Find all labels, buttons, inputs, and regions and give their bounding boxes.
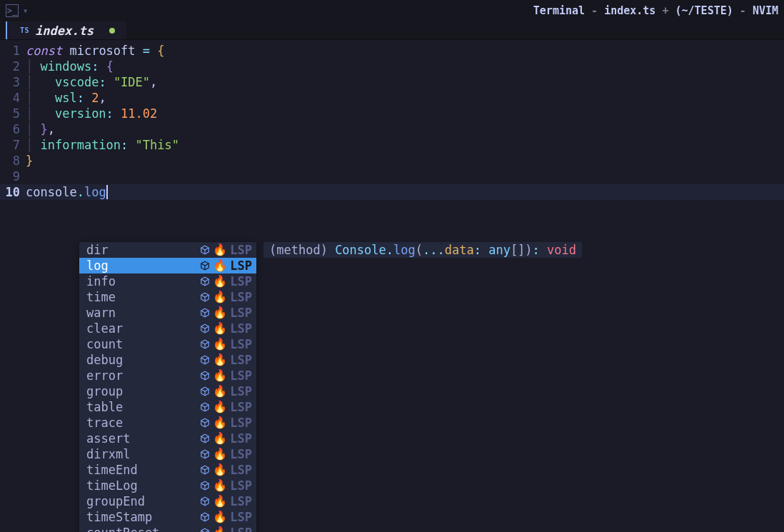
completion-item[interactable]: clear🔥LSP [79,321,256,336]
method-icon [200,292,210,302]
code-content[interactable]: │ }, [26,121,55,137]
modified-indicator-icon [109,28,115,34]
method-icon [200,496,210,506]
completion-label: debug [86,352,197,368]
source-label: LSP [230,289,252,305]
completion-label: assert [86,431,197,446]
completion-item[interactable]: time🔥LSP [79,289,256,305]
source-icon: 🔥 [213,242,227,258]
source-icon: 🔥 [213,525,227,532]
method-icon [200,449,210,459]
completion-item[interactable]: warn🔥LSP [79,305,256,321]
code-content[interactable]: │ information: "This" [26,137,179,153]
line-number: 9 [0,169,26,184]
completion-item[interactable]: countReset🔥LSP [79,525,256,532]
tab-indexts[interactable]: TS index.ts [7,21,126,39]
source-label: LSP [230,258,252,273]
completion-item[interactable]: count🔥LSP [79,336,256,352]
code-line[interactable]: 10console.log [0,184,784,200]
source-label: LSP [230,321,252,336]
source-icon: 🔥 [213,368,227,383]
line-number: 10 [0,184,26,200]
source-icon: 🔥 [213,321,227,336]
completion-popup[interactable]: dir🔥LSPlog🔥LSPinfo🔥LSPtime🔥LSPwarn🔥LSPcl… [79,242,256,532]
code-line[interactable]: 8} [0,153,784,169]
completion-item[interactable]: dirxml🔥LSP [79,446,256,462]
code-line[interactable]: 5│ version: 11.02 [0,106,784,121]
method-icon [200,418,210,428]
source-label: LSP [230,242,252,258]
completion-item[interactable]: dir🔥LSP [79,242,256,258]
completion-item[interactable]: timeEnd🔥LSP [79,462,256,478]
completion-label: time [86,289,197,305]
code-content[interactable]: } [26,153,33,169]
code-line[interactable]: 9 [0,169,784,184]
line-number: 6 [0,121,26,137]
completion-label: timeEnd [86,462,197,478]
code-line[interactable]: 2│ windows: { [0,59,784,74]
completion-item[interactable]: table🔥LSP [79,399,256,415]
source-label: LSP [230,352,252,368]
source-icon: 🔥 [213,336,227,352]
completion-label: dirxml [86,446,197,462]
source-label: LSP [230,446,252,462]
chevron-down-icon[interactable]: ▾ [23,3,28,19]
source-label: LSP [230,525,252,532]
code-content[interactable]: const microsoft = { [26,43,165,59]
source-icon: 🔥 [213,462,227,478]
source-icon: 🔥 [213,258,227,273]
completion-item[interactable]: log🔥LSP [79,258,256,273]
method-icon [200,355,210,365]
completion-item[interactable]: timeLog🔥LSP [79,478,256,493]
source-label: LSP [230,431,252,446]
code-content[interactable]: │ wsl: 2, [26,90,106,106]
method-icon [200,528,210,532]
completion-label: log [86,258,197,273]
line-number: 8 [0,153,26,169]
terminal-icon: >_ [6,4,19,17]
source-label: LSP [230,368,252,383]
completion-label: clear [86,321,197,336]
code-line[interactable]: 3│ vscode: "IDE", [0,74,784,90]
code-line[interactable]: 4│ wsl: 2, [0,90,784,106]
method-icon [200,512,210,522]
completion-item[interactable]: timeStamp🔥LSP [79,509,256,525]
source-icon: 🔥 [213,352,227,368]
source-label: LSP [230,383,252,399]
completion-item[interactable]: assert🔥LSP [79,431,256,446]
completion-item[interactable]: debug🔥LSP [79,352,256,368]
source-label: LSP [230,336,252,352]
completion-label: dir [86,242,197,258]
source-label: LSP [230,399,252,415]
line-number: 5 [0,106,26,121]
completion-item[interactable]: trace🔥LSP [79,415,256,431]
source-label: LSP [230,415,252,431]
completion-label: groupEnd [86,493,197,509]
code-line[interactable]: 7│ information: "This" [0,137,784,153]
method-icon [200,433,210,443]
completion-label: info [86,273,197,289]
completion-item[interactable]: info🔥LSP [79,273,256,289]
editor[interactable]: 1const microsoft = {2│ windows: {3│ vsco… [0,40,784,200]
code-line[interactable]: 6│ }, [0,121,784,137]
source-label: LSP [230,478,252,493]
completion-item[interactable]: group🔥LSP [79,383,256,399]
source-icon: 🔥 [213,415,227,431]
source-icon: 🔥 [213,431,227,446]
line-number: 3 [0,74,26,90]
code-content[interactable]: │ version: 11.02 [26,106,157,121]
completion-label: table [86,399,197,415]
completion-item[interactable]: error🔥LSP [79,368,256,383]
code-content[interactable]: │ windows: { [26,59,114,74]
titlebar: >_ ▾ Terminal - index.ts + (~/TESTE) - N… [0,0,784,21]
completion-label: countReset [86,525,197,532]
method-icon [200,308,210,318]
line-number: 7 [0,137,26,153]
completion-item[interactable]: groupEnd🔥LSP [79,493,256,509]
method-icon [200,371,210,381]
code-line[interactable]: 1const microsoft = { [0,43,784,59]
code-content[interactable]: console.log [26,184,108,201]
source-icon: 🔥 [213,478,227,493]
line-number: 2 [0,59,26,74]
code-content[interactable]: │ vscode: "IDE", [26,74,157,90]
